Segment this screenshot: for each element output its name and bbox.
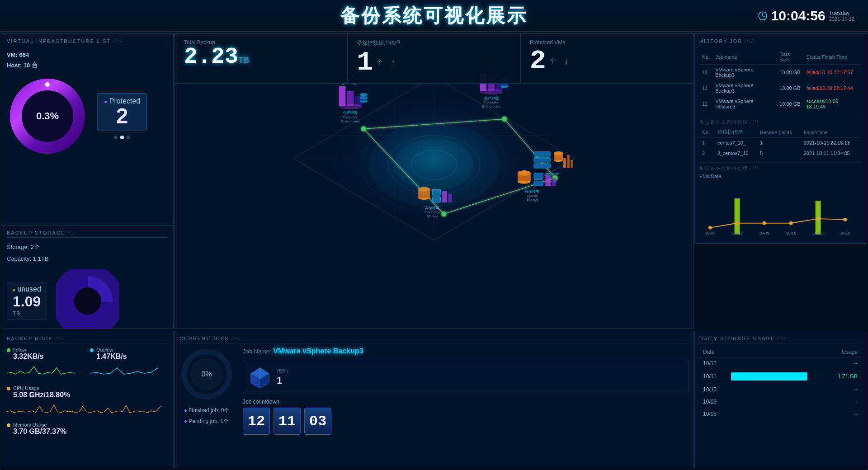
- cpu-dot: [7, 387, 10, 390]
- dot-2: [120, 136, 124, 139]
- proxy-label: 代理:: [277, 368, 288, 375]
- capacity-value: 1.1TB: [33, 255, 49, 262]
- cell-date: 10/12: [699, 357, 727, 370]
- pending-label: Pending job:: [189, 418, 219, 424]
- current-jobs-content: 0% ● Finished job: 0个 ● Pending job: 1个: [179, 347, 689, 461]
- pending-value: 1个: [220, 418, 229, 424]
- outflow-row: Outflow 1.47KB/s: [90, 347, 169, 361]
- cell-points: 1: [757, 138, 801, 148]
- protected-vms-unit: 个: [550, 57, 556, 65]
- countdown-area: Job countdown 12 11 03: [243, 399, 689, 435]
- donut-center-value: 0.3%: [36, 110, 59, 122]
- svg-text:生产环境: 生产环境: [343, 111, 358, 115]
- clock-icon: [758, 11, 768, 21]
- cell-size: 10.00 GB: [777, 65, 803, 80]
- storage-info: Storage: 2个 Capacity: 1.1TB: [7, 241, 169, 265]
- header: 备份系统可视化展示 10:04:56 Tuesday 2021-10-12: [0, 0, 868, 32]
- cell-usage: --: [825, 396, 861, 408]
- db-proxy-unit: 个: [377, 58, 383, 66]
- svg-rect-67: [563, 158, 566, 168]
- host-label: Host:: [7, 62, 22, 69]
- donut-percentage: 0.3%: [36, 110, 59, 122]
- dot-3: [127, 136, 130, 139]
- svg-point-33: [361, 126, 366, 132]
- protected-vms-stat: Protected VMs 2 个 ↓: [521, 34, 693, 84]
- cell-usage: --: [825, 408, 861, 420]
- cell-date: 10/09: [699, 396, 727, 408]
- col-jobname: Job name: [712, 50, 777, 65]
- svg-text:10-12: 10-12: [840, 231, 850, 235]
- daily-storage-panel: DAILY STORAGE USAGE Date Usage 10/12 -- …: [694, 331, 866, 468]
- cell-size: 10.00 GB: [777, 96, 803, 112]
- outflow-sparkline: [90, 364, 158, 380]
- top-stats-bar: Total Backup 2.23TB 受保护数据库代理 1 个 ↑: [175, 34, 693, 84]
- current-jobs-title: CURRENT JOBS: [179, 336, 689, 343]
- backup-storage-title: BACKUP STORAGE: [7, 230, 169, 238]
- job-progress: 0%: [201, 370, 212, 378]
- cell-bar: [727, 408, 825, 420]
- cell-bar: [727, 370, 825, 384]
- total-backup-value: 2.23TB: [184, 46, 249, 68]
- svg-text:10-11: 10-11: [813, 231, 823, 235]
- db-proxy-value: 1: [357, 47, 373, 78]
- finished-value: 0个: [221, 407, 230, 414]
- svg-point-110: [816, 217, 820, 221]
- cell-size: 10.00 GB: [777, 80, 803, 96]
- svg-text:10-10: 10-10: [786, 231, 796, 235]
- daily-storage-table: Date Usage 10/12 -- 10/11 1.71 GB 10/10 …: [699, 347, 861, 420]
- cell-vmname: centos7_10_: [715, 138, 757, 148]
- svg-text:Environment: Environment: [341, 119, 360, 123]
- storage-bar-bg: [731, 372, 821, 381]
- date-display: 2021-10-12: [829, 16, 854, 22]
- daily-vm-title: 每日备份虚拟机代理: [699, 162, 861, 172]
- proxy-count: 1: [277, 375, 288, 386]
- cell-jobname: VMware vSphere Backup3: [712, 80, 777, 96]
- top-row: VIRTUAL INFRASTRUCTURE LIST VM: 664 Host…: [0, 32, 868, 330]
- storage-col-date: Date: [699, 347, 727, 357]
- svg-point-11: [45, 82, 50, 87]
- donut-chart: 0.3%: [7, 75, 88, 157]
- cell-no: 1: [699, 138, 715, 148]
- cell-usage: --: [825, 384, 861, 396]
- capacity-label: Capacity:: [7, 255, 31, 262]
- job-info: Job Name: VMware vSphere Backup3: [243, 347, 689, 435]
- storage-chart-area: ● unused 1.09 TB: [7, 269, 169, 329]
- svg-text:Backup: Backup: [527, 194, 538, 198]
- vm-count: 664: [19, 52, 29, 58]
- svg-text:10-08: 10-08: [732, 231, 742, 235]
- inflow-label: Inflow: [13, 347, 44, 352]
- list-item: 10/09 --: [699, 396, 861, 408]
- cell-date: 10/08: [699, 408, 727, 420]
- svg-point-53: [480, 89, 503, 94]
- host-unit: 台: [32, 62, 38, 69]
- total-backup-stat: Total Backup 2.23TB: [175, 34, 348, 84]
- current-jobs-panel: CURRENT JOBS 0%: [175, 331, 693, 468]
- bottom-row: BACKUP NODE Inflow 3.32KB/s: [0, 330, 868, 470]
- svg-point-107: [736, 221, 739, 225]
- virtual-infrastructure-panel: VIRTUAL INFRASTRUCTURE LIST VM: 664 Host…: [2, 33, 174, 224]
- table-row: 11 VMware vSphere Backup3 10.00 GB faile…: [699, 80, 861, 96]
- countdown-display: 12 11 03: [243, 408, 689, 435]
- inflow-outflow-pair: Inflow 3.32KB/s Outflow 1.47KB/s: [7, 347, 169, 382]
- list-item: 10/12 --: [699, 357, 861, 370]
- cell-no: 11: [699, 80, 712, 96]
- finished-dot: ●: [184, 407, 187, 414]
- memory-metric: Memory Usage 3.70 GB/37.37%: [7, 422, 169, 436]
- right-column: HISTORY JOB No. Job name Data Size Statu…: [694, 33, 866, 329]
- inflow-value: 3.32KB/s: [13, 352, 44, 361]
- svg-rect-88: [534, 181, 543, 186]
- storage-count: 2个: [31, 244, 40, 250]
- countdown-seconds: 03: [304, 408, 331, 435]
- cell-time: 2021-10-11 22:16:13: [801, 138, 861, 148]
- svg-rect-69: [571, 160, 573, 168]
- unused-value: 1.09: [13, 293, 41, 310]
- svg-rect-101: [735, 198, 740, 235]
- pending-job: ● Pending job: 1个: [184, 416, 230, 427]
- svg-rect-90: [552, 178, 556, 186]
- svg-rect-61: [534, 158, 550, 162]
- svg-text:Production: Production: [483, 100, 499, 104]
- recent-vm-proxy-table: No. 虚拟机代理 Restore points Finish time 1 c…: [699, 127, 861, 159]
- col-datasize: Data Size: [777, 50, 803, 65]
- table-row: 12 VMware vSphere Restore3 10.00 GB succ…: [699, 96, 861, 112]
- inflow-row: Inflow 3.32KB/s: [7, 347, 85, 361]
